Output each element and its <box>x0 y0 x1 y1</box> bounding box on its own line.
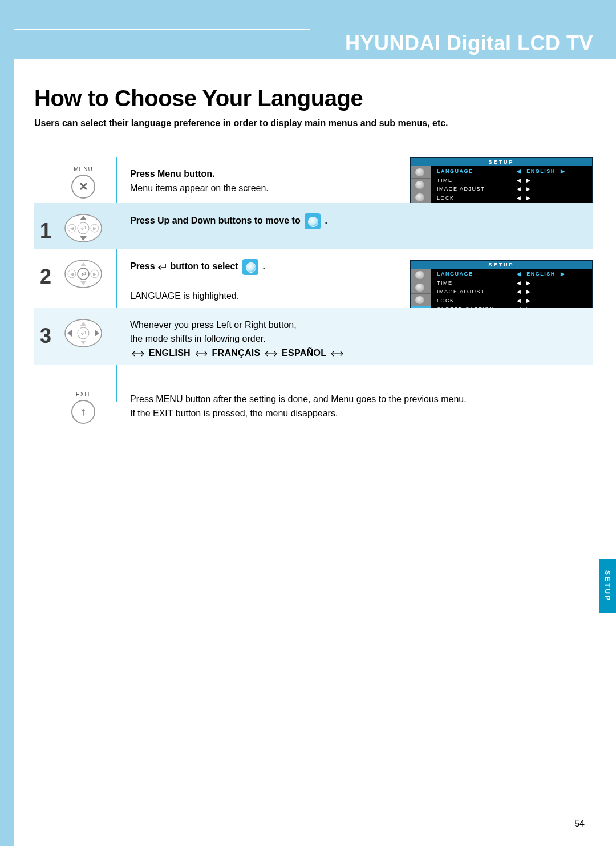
brand-title: HYUNDAI Digital LCD TV <box>345 31 593 55</box>
dpad-enter-icon: ⏎ ◀ ▶ <box>63 258 104 290</box>
intro-text: Users can select their language preferen… <box>34 118 593 128</box>
page-number: 54 <box>574 819 585 829</box>
exit-text-2: If the EXIT button is pressed, the menu … <box>130 408 338 418</box>
setup-icon <box>242 259 258 275</box>
step2-text-a: Press <box>130 261 155 271</box>
dpad-left-right-icon: ⏎ <box>63 317 104 349</box>
step0-bold: Press Menu button. <box>130 169 214 179</box>
svg-text:◀: ◀ <box>70 226 74 231</box>
svg-text:▶: ▶ <box>93 226 97 231</box>
page-title: How to Choose Your Language <box>34 86 593 111</box>
menu-button-label: MENU <box>74 166 92 172</box>
step2-plain: LANGUAGE is highlighted. <box>130 291 239 301</box>
svg-text:⏎: ⏎ <box>81 271 86 277</box>
enter-key-icon <box>157 263 168 271</box>
exit-text-1: Press MENU button after the setting is d… <box>130 394 467 404</box>
step2-text-b: button to select <box>171 261 238 271</box>
step3-line1: Whenever you press Left or Right button, <box>130 320 297 330</box>
left-margin-band <box>0 0 14 846</box>
header-rule <box>14 29 310 30</box>
step-number-3: 3 <box>34 313 57 348</box>
svg-text:▶: ▶ <box>93 272 97 277</box>
svg-text:◀: ◀ <box>70 272 74 277</box>
step-number-2: 2 <box>34 253 57 289</box>
step1-text: Press Up and Down buttons to move to <box>130 216 301 225</box>
dpad-up-down-icon: ⏎ ◀ ▶ <box>63 212 104 244</box>
svg-text:⏎: ⏎ <box>81 225 86 232</box>
language-sequence: ENGLISH FRANÇAIS ESPAÑOL <box>130 348 345 358</box>
step0-plain: Menu items appear on the screen. <box>130 183 269 193</box>
section-tab-setup: SETUP <box>599 559 616 613</box>
svg-text:⏎: ⏎ <box>81 330 86 337</box>
setup-icon <box>305 213 321 229</box>
menu-button-icon: ✕ <box>71 175 95 199</box>
step3-line2: the mode shifts in following order. <box>130 334 265 343</box>
step-number-1: 1 <box>34 208 57 243</box>
exit-button-icon: ↑ <box>71 400 95 424</box>
exit-button-label: EXIT <box>76 391 91 398</box>
